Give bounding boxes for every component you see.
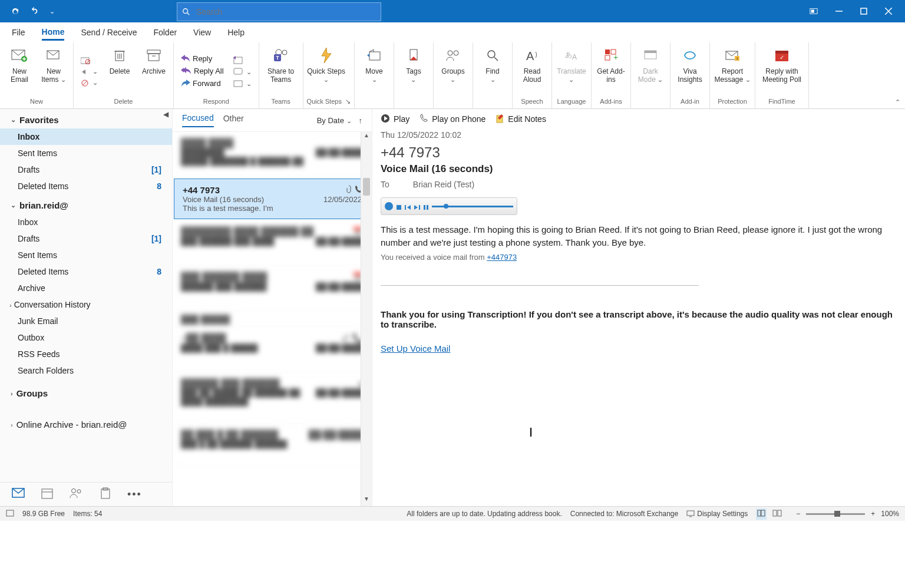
refresh-icon[interactable] xyxy=(11,6,20,16)
undo-icon[interactable] xyxy=(31,7,39,15)
maximize-icon[interactable] xyxy=(860,8,867,15)
calendar-module-icon[interactable] xyxy=(41,487,53,502)
tab-other[interactable]: Other xyxy=(223,114,244,127)
ribbon-display-icon[interactable] xyxy=(810,7,818,15)
forward-button[interactable]: Forward xyxy=(177,78,227,89)
meeting-reply-button[interactable] xyxy=(230,55,255,65)
report-message-button[interactable]: ! Report Message ⌄ xyxy=(714,44,751,98)
source-number-link[interactable]: +447973 xyxy=(487,253,517,262)
qat-customize-icon[interactable]: ⌄ xyxy=(49,8,55,15)
read-aloud-button[interactable]: A Read Aloud xyxy=(516,44,548,98)
zoom-slider[interactable] xyxy=(806,513,865,515)
zoom-in-button[interactable]: + xyxy=(871,510,875,518)
tab-help[interactable]: Help xyxy=(227,25,245,39)
player-prev-icon[interactable] xyxy=(405,201,411,212)
folder-sent-items[interactable]: Sent Items xyxy=(0,145,172,161)
message-item[interactable]: ████████ ████ ██████ ██📅 ███ ██████ ███ … xyxy=(173,220,372,266)
account-header[interactable]: ⌄ brian.reid@ xyxy=(0,194,172,214)
folder-junk[interactable]: Junk Email xyxy=(0,313,172,329)
im-reply-button[interactable]: ⌄ xyxy=(230,67,255,77)
folder-search[interactable]: Search Folders xyxy=(0,362,172,379)
message-item[interactable]: +██ ████🖇 📞 ████ ███ █ ███████/██/████ xyxy=(173,327,372,372)
viva-insights-button[interactable]: Viva Insights xyxy=(674,44,706,98)
folder-acct-archive[interactable]: Archive xyxy=(0,280,172,296)
translate-button[interactable]: あA Translate⌄ xyxy=(556,44,587,98)
player-stop-icon[interactable] xyxy=(397,201,401,212)
message-list-scrollbar[interactable]: ▲ ▼ xyxy=(361,132,372,506)
folder-acct-inbox[interactable]: Inbox xyxy=(0,214,172,230)
groups-header[interactable]: › Groups xyxy=(0,379,172,402)
edit-notes-button[interactable]: Edit Notes xyxy=(496,114,546,125)
tab-send-receive[interactable]: Send / Receive xyxy=(81,25,137,39)
search-input[interactable] xyxy=(195,6,351,17)
share-to-teams-button[interactable]: T Share to Teams xyxy=(263,44,299,98)
close-icon[interactable] xyxy=(885,8,892,15)
reply-all-button[interactable]: Reply All xyxy=(177,65,227,77)
folder-outbox[interactable]: Outbox xyxy=(0,329,172,346)
find-button[interactable]: Find⌄ xyxy=(477,44,508,98)
ignore-button[interactable] xyxy=(77,56,101,65)
tab-focused[interactable]: Focused xyxy=(182,113,214,127)
sort-direction-icon[interactable]: ↑ xyxy=(359,116,363,125)
mail-module-icon[interactable] xyxy=(12,488,25,501)
folder-drafts[interactable]: Drafts[1] xyxy=(0,161,172,178)
cleanup-button[interactable]: ⌄ xyxy=(77,67,101,77)
tab-folder[interactable]: Folder xyxy=(153,25,177,39)
new-items-button[interactable]: New Items ⌄ xyxy=(38,44,70,98)
folder-deleted-items[interactable]: Deleted Items8 xyxy=(0,178,172,194)
message-group-header[interactable]: ███ █████ xyxy=(173,311,372,327)
meeting-poll-button[interactable]: ✓ Reply with Meeting Poll xyxy=(759,44,805,98)
play-button[interactable]: Play xyxy=(381,114,409,125)
view-normal-icon[interactable] xyxy=(756,508,767,520)
player-track[interactable] xyxy=(432,206,513,207)
display-settings-button[interactable]: Display Settings xyxy=(686,510,748,518)
folder-acct-deleted[interactable]: Deleted Items8 xyxy=(0,263,172,280)
collapse-folders-icon[interactable]: ◀ xyxy=(163,110,169,118)
folder-rss[interactable]: RSS Feeds xyxy=(0,346,172,362)
folder-acct-sent[interactable]: Sent Items xyxy=(0,247,172,263)
online-archive-header[interactable]: › Online Archive - brian.reid@ xyxy=(0,402,172,433)
favorites-header[interactable]: ⌄ Favorites xyxy=(0,109,172,128)
more-modules-icon[interactable]: ••• xyxy=(127,488,142,501)
quick-steps-button[interactable]: Quick Steps ⌄ xyxy=(307,44,346,98)
tab-home[interactable]: Home xyxy=(42,25,65,41)
tags-button[interactable]: Tags⌄ xyxy=(398,44,430,98)
message-item[interactable]: ██ ███ █ ██ ████████/██/████ ███ █ ██ ██… xyxy=(173,424,372,465)
groups-button[interactable]: Groups⌄ xyxy=(437,44,469,98)
setup-voicemail-link[interactable]: Set Up Voice Mail xyxy=(381,343,450,354)
message-item[interactable]: ██████ ███ ██████● ███ ██ █████ ██ █████… xyxy=(173,372,372,424)
player-pause-icon[interactable] xyxy=(424,201,428,212)
get-addins-button[interactable]: + Get Add-ins xyxy=(595,44,627,98)
reply-button[interactable]: Reply xyxy=(177,53,227,64)
tab-view[interactable]: View xyxy=(193,25,211,39)
ribbon-collapse-icon[interactable]: ⌃ xyxy=(895,98,900,106)
people-module-icon[interactable] xyxy=(70,488,84,501)
audio-player[interactable] xyxy=(381,197,517,215)
search-box[interactable] xyxy=(177,2,381,21)
delete-button[interactable]: Delete xyxy=(104,44,136,98)
scroll-down-icon[interactable]: ▼ xyxy=(361,495,372,506)
folder-acct-drafts[interactable]: Drafts[1] xyxy=(0,230,172,247)
tasks-module-icon[interactable] xyxy=(100,487,111,502)
new-email-button[interactable]: New Email xyxy=(4,44,35,98)
player-next-icon[interactable] xyxy=(414,201,420,212)
archive-button[interactable]: Archive xyxy=(138,44,170,98)
folder-inbox[interactable]: Inbox xyxy=(0,128,172,145)
tab-file[interactable]: File xyxy=(12,25,25,39)
view-reading-icon[interactable] xyxy=(772,510,782,518)
message-item-selected[interactable]: +44 7973 Voice Mail (16 seconds)12/05/20… xyxy=(174,179,371,219)
message-item[interactable]: ████ ████ ██████████/██/████ █████ █████… xyxy=(173,132,372,177)
dark-mode-button[interactable]: Dark Mode ⌄ xyxy=(635,44,666,98)
folder-conversation-history[interactable]: ›Conversation History xyxy=(0,296,172,313)
zoom-out-button[interactable]: − xyxy=(796,510,800,518)
junk-button[interactable]: ⌄ xyxy=(77,78,101,88)
move-button[interactable]: Move⌄ xyxy=(358,44,390,98)
scroll-up-icon[interactable]: ▲ xyxy=(361,132,372,143)
minimize-icon[interactable] xyxy=(835,8,843,15)
player-play-icon[interactable] xyxy=(385,202,393,210)
scroll-thumb[interactable] xyxy=(363,178,370,196)
message-item[interactable]: ███ ██████ ████📅 ██████ ███ ████████/██/… xyxy=(173,266,372,311)
more-respond-button[interactable]: ⌄ xyxy=(230,78,255,89)
sort-by-date[interactable]: By Date ⌄ xyxy=(317,116,352,125)
play-on-phone-button[interactable]: Play on Phone xyxy=(420,114,485,125)
